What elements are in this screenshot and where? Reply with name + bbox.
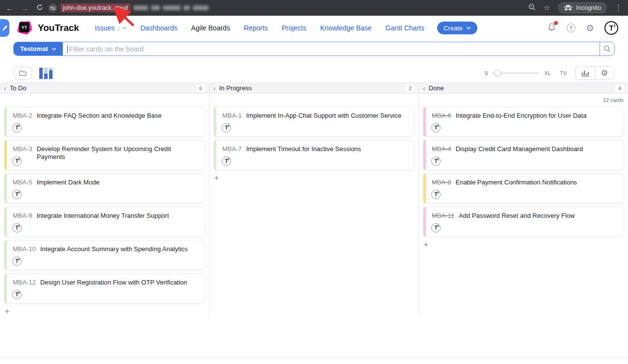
issue-title[interactable]: Add Password Reset and Recovery Flow [459, 212, 575, 220]
card-size-xl-label[interactable]: XL [544, 70, 550, 76]
assignee-avatar[interactable]: T [12, 223, 22, 233]
issue-card[interactable]: MBA-11 Add Password Reset and Recovery F… [423, 207, 624, 237]
url-text[interactable]: john-doe.youtrack.cloud [60, 3, 131, 12]
board-settings-button[interactable]: ⚙ [595, 67, 614, 79]
create-button[interactable]: Create [437, 22, 477, 34]
issue-title[interactable]: Enable Payment Confirmation Notification… [456, 179, 577, 186]
nav-item-label: Knowledge Base [320, 24, 372, 32]
add-card-button[interactable]: + [4, 307, 11, 316]
column-header[interactable]: ‹ To Do 6 [0, 82, 209, 94]
column-title: Done [429, 84, 444, 92]
issue-id[interactable]: MBA-7 [222, 145, 242, 153]
issue-id[interactable]: MBA-6 [432, 112, 451, 120]
assignee-avatar[interactable]: T [222, 156, 231, 166]
site-info-icon[interactable] [48, 3, 57, 13]
issue-id[interactable]: MBA-8 [432, 179, 451, 186]
card-size-slider[interactable] [492, 70, 539, 77]
issue-card[interactable]: MBA-4 Display Credit Card Management Das… [423, 140, 624, 170]
card-list: MBA-2 Integrate FAQ Section and Knowledg… [0, 106, 209, 304]
issue-card[interactable]: MBA-9 Integrate International Money Tran… [4, 207, 205, 237]
assignee-avatar[interactable]: T [12, 257, 22, 266]
assignee-avatar[interactable]: T [431, 156, 441, 166]
nav-item[interactable]: Reports [237, 24, 275, 32]
nav-item[interactable]: Gantt Charts [379, 24, 431, 32]
nav-item-dropdown[interactable]: | [118, 25, 127, 32]
search-button[interactable] [600, 42, 614, 55]
card-size-small-label[interactable]: S [484, 70, 488, 76]
nav-item[interactable]: Projects [275, 24, 314, 32]
board-view-buttons: ⚙ [575, 66, 614, 80]
issue-title[interactable]: Integrate International Money Transfer S… [37, 212, 169, 220]
issue-title[interactable]: Integrate FAQ Section and Knowledge Base [37, 112, 161, 120]
collapse-column-icon[interactable]: ‹ [213, 85, 216, 92]
nav-item[interactable]: Dashboards [133, 24, 184, 32]
add-card-button[interactable]: + [423, 240, 430, 249]
nav-item[interactable]: Knowledge Base [314, 24, 379, 32]
browser-menu-icon[interactable]: ⋮ [615, 3, 622, 12]
side-panel-handle[interactable] [0, 19, 9, 37]
assignee-avatar[interactable]: T [12, 290, 22, 299]
nav-item[interactable]: Issues | [88, 24, 133, 32]
slider-knob[interactable] [494, 70, 501, 77]
card-priority-stripe [423, 106, 426, 137]
issue-card[interactable]: MBA-7 Implement Timeout for Inactive Ses… [213, 140, 415, 170]
settings-gear-icon[interactable]: ⚙ [586, 24, 594, 33]
tv-mode-label[interactable]: TV [560, 70, 567, 76]
project-selector-button[interactable]: Testomat [14, 42, 63, 55]
issue-card[interactable]: MBA-8 Enable Payment Confirmation Notifi… [423, 173, 624, 204]
issue-card[interactable]: MBA-2 Integrate FAQ Section and Knowledg… [4, 106, 205, 137]
issue-id[interactable]: MBA-2 [13, 112, 32, 120]
assignee-avatar[interactable]: T [431, 190, 441, 199]
issue-id[interactable]: MBA-5 [13, 179, 32, 186]
bookmark-star-icon[interactable]: ☆ [544, 3, 550, 12]
issue-id[interactable]: MBA-12 [13, 279, 36, 286]
issue-title[interactable]: Integrate Account Summary with Spending … [40, 245, 188, 253]
issue-card[interactable]: MBA-3 Develop Reminder System for Upcomi… [4, 140, 205, 170]
issue-card[interactable]: MBA-12 Design User Registration Flow wit… [4, 273, 205, 304]
issue-title[interactable]: Design User Registration Flow with OTP V… [40, 279, 187, 286]
page-zoom-icon[interactable] [528, 3, 536, 13]
issue-card[interactable]: MBA-5 Implement Dark Mode T [4, 173, 205, 204]
issue-id[interactable]: MBA-1 [222, 112, 242, 120]
issue-title[interactable]: Implement In-App Chat Support with Custo… [246, 112, 401, 120]
issue-title[interactable]: Implement Timeout for Inactive Sessions [246, 145, 361, 153]
issue-id[interactable]: MBA-9 [13, 212, 32, 220]
help-icon[interactable]: ? [567, 24, 576, 32]
nav-item[interactable]: Agile Boards [184, 24, 237, 32]
address-bar[interactable]: john-doe.youtrack.cloud [48, 3, 209, 13]
assignee-avatar[interactable]: T [12, 156, 22, 166]
avatar-letter: T [15, 292, 18, 297]
assignee-avatar[interactable]: T [431, 223, 441, 233]
browser-reload-icon[interactable] [36, 4, 43, 12]
issue-id[interactable]: MBA-10 [13, 245, 36, 253]
assignee-avatar[interactable]: T [12, 123, 22, 132]
browser-back-icon[interactable]: ← [6, 4, 13, 12]
chart-view-toggle[interactable] [39, 68, 52, 79]
issue-card[interactable]: MBA-6 Integrate End-to-End Encryption fo… [423, 106, 624, 137]
assignee-avatar[interactable]: T [222, 123, 231, 132]
add-card-button[interactable]: + [214, 174, 221, 182]
filter-input[interactable]: Filter cards on the board [63, 42, 600, 55]
issue-title[interactable]: Integrate End-to-End Encryption for User… [456, 112, 587, 120]
issue-title[interactable]: Implement Dark Mode [37, 179, 100, 186]
collapse-column-icon[interactable]: ‹ [423, 85, 425, 92]
issue-card[interactable]: MBA-10 Integrate Account Summary with Sp… [4, 240, 205, 270]
assignee-avatar[interactable]: T [12, 190, 22, 199]
sprint-folder-button[interactable] [14, 67, 32, 79]
issue-card[interactable]: MBA-1 Implement In-App Chat Support with… [213, 106, 415, 137]
nav-item-label: Gantt Charts [386, 24, 424, 32]
browser-forward-icon[interactable]: → [21, 4, 28, 12]
avatar-accent [19, 125, 20, 127]
column-header[interactable]: ‹ Done 4 [419, 82, 628, 94]
user-avatar[interactable]: T [604, 21, 618, 35]
assignee-avatar[interactable]: T [431, 123, 441, 132]
issue-id[interactable]: MBA-4 [432, 145, 451, 153]
notifications-bell-icon[interactable] [547, 23, 556, 34]
issue-id[interactable]: MBA-11 [432, 212, 454, 220]
youtrack-logo[interactable]: YT YouTrack [18, 21, 79, 35]
collapse-column-icon[interactable]: ‹ [4, 85, 6, 92]
column-header[interactable]: ‹ In Progress 2 [209, 82, 419, 94]
issue-title[interactable]: Display Credit Card Management Dashboard [456, 145, 583, 153]
issue-title[interactable]: Develop Reminder System for Upcoming Cre… [37, 145, 200, 160]
chart-panel-button[interactable] [576, 67, 595, 79]
